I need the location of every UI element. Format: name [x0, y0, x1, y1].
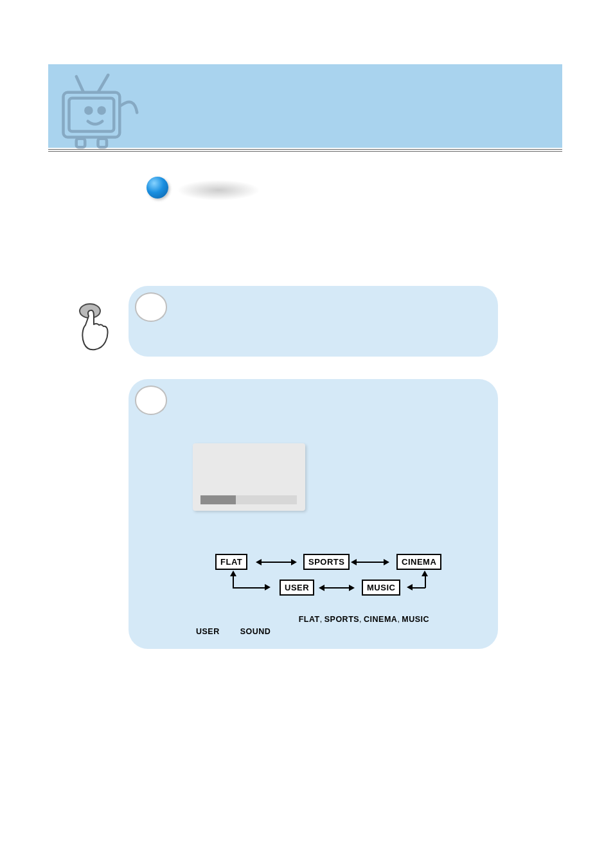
- svg-point-4: [85, 107, 91, 113]
- bullet-sphere-icon: [147, 177, 168, 199]
- mode-box-sports: SPORTS: [303, 554, 350, 570]
- svg-line-2: [76, 76, 84, 93]
- mode-box-music: MUSIC: [362, 580, 400, 596]
- mode-description-text: xxxxxxxxxxxxxxxxxxxxxxxxx FLAT, SPORTS, …: [196, 614, 485, 639]
- arrow-right-icon: [265, 584, 271, 590]
- mode-cycle-diagram: FLAT SPORTS CINEMA USER MUSIC: [215, 554, 459, 599]
- step-1-panel: [129, 286, 498, 357]
- svg-rect-1: [69, 98, 114, 132]
- arrow-icon: [352, 562, 388, 563]
- svg-rect-6: [76, 139, 85, 148]
- connector-line: [425, 576, 426, 588]
- word-sports: SPORTS: [324, 615, 359, 624]
- word-cinema: CINEMA: [364, 615, 397, 624]
- svg-rect-7: [98, 139, 107, 148]
- word-sound: SOUND: [240, 627, 271, 636]
- manual-page: FLAT SPORTS CINEMA USER MUSIC xxxxxxxxxx…: [0, 0, 613, 868]
- mode-box-flat: FLAT: [215, 554, 247, 570]
- word-music: MUSIC: [402, 615, 429, 624]
- word-flat: FLAT: [299, 615, 320, 624]
- svg-line-3: [98, 75, 109, 93]
- arrow-left-icon: [407, 584, 413, 590]
- arrow-icon: [320, 587, 353, 589]
- step-1-circle: [135, 292, 167, 322]
- word-user: USER: [196, 627, 220, 636]
- connector-line: [233, 576, 234, 588]
- osd-bar-fill: [200, 495, 236, 504]
- arrow-icon: [257, 562, 296, 563]
- bullet-shadow: [177, 180, 260, 200]
- svg-point-5: [99, 107, 105, 113]
- step-2-circle: [135, 385, 167, 415]
- step-2-panel: [129, 379, 498, 649]
- press-button-icon: [76, 302, 114, 357]
- connector-line: [413, 587, 425, 589]
- tv-screen-preview: [193, 443, 305, 511]
- tv-mascot-icon: [55, 71, 141, 157]
- connector-line: [233, 587, 265, 589]
- mode-box-cinema: CINEMA: [396, 554, 441, 570]
- mode-box-user: USER: [280, 580, 314, 596]
- arrow-up-icon: [422, 571, 428, 576]
